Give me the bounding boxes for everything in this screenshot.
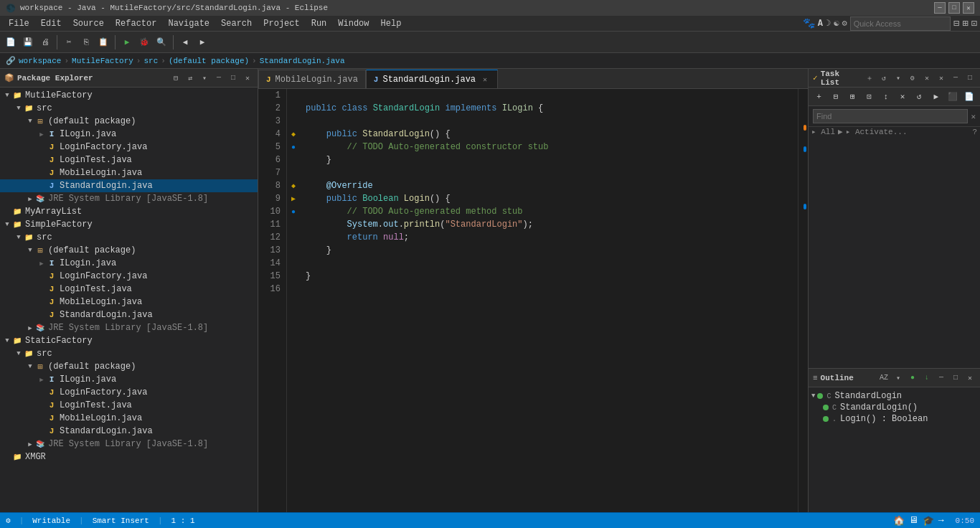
- tree-sf-loginfactory[interactable]: ▶ J LoginFactory.java: [0, 270, 258, 283]
- menu-source[interactable]: Source: [67, 17, 110, 30]
- task-filter-help[interactable]: ?: [972, 128, 977, 136]
- tab-mobilelogin[interactable]: J MobileLogin.java: [258, 70, 366, 88]
- task-filter-all[interactable]: ▸ All: [811, 127, 835, 136]
- toolbar-debug[interactable]: 🐞: [136, 34, 152, 50]
- task-new-btn[interactable]: ＋: [864, 72, 875, 84]
- tree-sf-standardlogin[interactable]: ▶ J StandardLogin.java: [0, 308, 258, 321]
- tree-default-pkg-1[interactable]: ▼ ⊞ (default package): [0, 115, 258, 128]
- editor-scrollbar[interactable]: [798, 89, 808, 512]
- tree-sf-ilogin[interactable]: ▶ I ILogin.java: [0, 257, 258, 270]
- pkg-minimize-btn[interactable]: ─: [213, 72, 225, 84]
- task-btn6[interactable]: ✕: [895, 89, 910, 105]
- breadcrumb-file[interactable]: StandardLogin.java: [260, 57, 345, 65]
- menu-window[interactable]: Window: [332, 17, 374, 30]
- status-home-icon[interactable]: 🏠: [893, 515, 905, 527]
- menu-search[interactable]: Search: [215, 17, 258, 30]
- toolbar-run[interactable]: ▶: [119, 34, 135, 50]
- tree-xmgr[interactable]: ▶ 📁 XMGR: [0, 451, 258, 463]
- moon-icon[interactable]: ☽: [826, 18, 831, 29]
- toolbar-paste[interactable]: 📋: [95, 34, 111, 50]
- tree-loginfactory-1[interactable]: ▶ J LoginFactory.java: [0, 141, 258, 154]
- tree-simplefactory[interactable]: ▼ 📁 SimpleFactory: [0, 218, 258, 231]
- quick-access-input[interactable]: [850, 16, 951, 31]
- menu-refactor[interactable]: Refactor: [110, 17, 163, 30]
- menu-help[interactable]: Help: [375, 17, 407, 30]
- pkg-close-btn[interactable]: ✕: [242, 72, 253, 84]
- pkg-maximize-btn[interactable]: □: [227, 72, 239, 84]
- tree-logintest-1[interactable]: ▶ J LoginTest.java: [0, 154, 258, 166]
- tree-sf-logintest[interactable]: ▶ J LoginTest.java: [0, 283, 258, 296]
- menu-file[interactable]: File: [3, 17, 35, 30]
- task-btn9[interactable]: ⬛: [945, 89, 960, 105]
- tree-stf-standardlogin[interactable]: ▶ J StandardLogin.java: [0, 425, 258, 438]
- task-refresh-btn[interactable]: ↺: [878, 72, 890, 84]
- tree-sf-mobilelogin[interactable]: ▶ J MobileLogin.java: [0, 296, 258, 308]
- outline-minimize-btn[interactable]: ─: [936, 372, 947, 384]
- toolbar-cut[interactable]: ✂: [61, 34, 77, 50]
- tree-stf-ilogin[interactable]: ▶ I ILogin.java: [0, 373, 258, 386]
- outline-login-method[interactable]: . Login() : Boolean: [809, 413, 980, 425]
- tree-sf-src[interactable]: ▼ 📁 src: [0, 231, 258, 244]
- task-filter-activate[interactable]: ▸ Activate...: [846, 127, 908, 136]
- outline-maximize-btn[interactable]: □: [950, 372, 961, 384]
- tree-sf-default-pkg[interactable]: ▼ ⊞ (default package): [0, 244, 258, 257]
- tree-sf-jre[interactable]: ▶ 📚 JRE System Library [JavaSE-1.8]: [0, 321, 258, 334]
- outline-sort-btn[interactable]: AZ: [878, 372, 890, 384]
- pkg-menu-btn[interactable]: ▾: [199, 72, 210, 84]
- status-monitor-icon[interactable]: 🖥: [909, 515, 918, 527]
- close-button[interactable]: ✕: [963, 2, 974, 14]
- tab-standardlogin[interactable]: J StandardLogin.java ✕: [366, 70, 498, 88]
- task-search-clear[interactable]: ✕: [971, 112, 976, 121]
- tree-jre-1[interactable]: ▶ 📚 JRE System Library [JavaSE-1.8]: [0, 192, 258, 205]
- outline-standardlogin[interactable]: ▼ C StandardLogin: [809, 390, 980, 402]
- breadcrumb-package[interactable]: (default package): [169, 57, 249, 65]
- toolbar-back[interactable]: ◀: [177, 34, 193, 50]
- toolbar-print[interactable]: 🖨: [37, 34, 53, 50]
- task-minimize-btn[interactable]: ─: [950, 72, 961, 84]
- status-arrow-icon[interactable]: →: [938, 515, 944, 527]
- code-content[interactable]: public class StandardLogin implements IL…: [300, 89, 798, 512]
- tree-myarraylist[interactable]: ▶ 📁 MyArrayList: [0, 205, 258, 218]
- font-a-icon[interactable]: A: [818, 19, 823, 29]
- task-btn2[interactable]: ⊟: [828, 89, 843, 105]
- outline-green1-btn[interactable]: ●: [907, 372, 918, 384]
- package-explorer-tree[interactable]: ▼ 📁 MutileFactory ▼ 📁 src ▼ ⊞ (default p…: [0, 88, 258, 512]
- breadcrumb-project[interactable]: MutileFactory: [72, 57, 133, 65]
- outline-filter-btn[interactable]: ▾: [892, 372, 904, 384]
- tree-stf-default-pkg[interactable]: ▼ ⊞ (default package): [0, 360, 258, 373]
- toolbar-new[interactable]: 📄: [3, 34, 19, 50]
- menu-project[interactable]: Project: [258, 17, 305, 30]
- tree-stf-logintest[interactable]: ▶ J LoginTest.java: [0, 399, 258, 412]
- task-delete-btn[interactable]: ✕: [921, 72, 933, 84]
- outline-constructor[interactable]: C StandardLogin(): [809, 402, 980, 413]
- menu-navigate[interactable]: Navigate: [162, 17, 215, 30]
- restore-button[interactable]: □: [948, 2, 960, 14]
- tree-mutilfactory[interactable]: ▼ 📁 MutileFactory: [0, 89, 258, 102]
- pkg-collapse-btn[interactable]: ⊟: [170, 72, 182, 84]
- toolbar-copy[interactable]: ⎘: [78, 34, 94, 50]
- menu-edit[interactable]: Edit: [35, 17, 67, 30]
- yin-yang-icon[interactable]: ☯: [834, 18, 839, 29]
- tab-standardlogin-close[interactable]: ✕: [480, 75, 490, 85]
- toolbar-forward[interactable]: ▶: [194, 34, 210, 50]
- task-maximize-btn[interactable]: □: [964, 72, 976, 84]
- toolbar-search[interactable]: 🔍: [154, 34, 169, 50]
- outline-close-btn[interactable]: ✕: [964, 372, 976, 384]
- tree-src-1[interactable]: ▼ 📁 src: [0, 102, 258, 115]
- tree-standardlogin-1[interactable]: ▶ J StandardLogin.java: [0, 179, 258, 192]
- tree-stf-src[interactable]: ▼ 📁 src: [0, 347, 258, 360]
- task-btn5[interactable]: ↕: [878, 89, 893, 105]
- task-btn4[interactable]: ⊡: [862, 89, 877, 105]
- breadcrumb-src[interactable]: src: [143, 57, 158, 65]
- pkg-sync-btn[interactable]: ⇄: [184, 72, 196, 84]
- outline-tree[interactable]: ▼ C StandardLogin C StandardLogin() . Lo…: [809, 387, 980, 512]
- breadcrumb-workspace[interactable]: workspace: [19, 57, 61, 65]
- task-btn7[interactable]: ↺: [912, 89, 927, 105]
- tree-stf-jre[interactable]: ▶ 📚 JRE System Library [JavaSE-1.8]: [0, 438, 258, 451]
- task-btn3[interactable]: ⊞: [845, 89, 860, 105]
- toolbar-save[interactable]: 💾: [20, 34, 36, 50]
- task-btn10[interactable]: 📄: [962, 89, 977, 105]
- tree-stf-mobilelogin[interactable]: ▶ J MobileLogin.java: [0, 412, 258, 425]
- task-settings-btn[interactable]: ⚙: [907, 72, 918, 84]
- tree-mobilelogin-1[interactable]: ▶ J MobileLogin.java: [0, 166, 258, 179]
